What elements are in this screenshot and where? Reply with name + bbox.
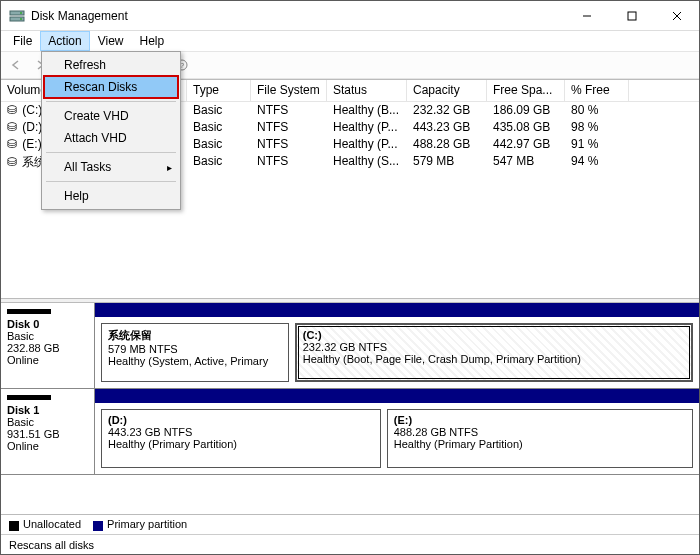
window-title: Disk Management	[31, 9, 564, 23]
cell-type: Basic	[187, 102, 251, 119]
cell-type: Basic	[187, 153, 251, 170]
cell-pct: 98 %	[565, 119, 629, 136]
cell-fs: NTFS	[251, 153, 327, 170]
menu-all-tasks[interactable]: All Tasks▸	[44, 156, 178, 178]
partition-size: 579 MB NTFS	[108, 343, 282, 355]
partition[interactable]: (D:)443.23 GB NTFSHealthy (Primary Parti…	[101, 409, 381, 468]
cell-capacity: 232.32 GB	[407, 102, 487, 119]
cell-status: Healthy (P...	[327, 136, 407, 153]
cell-status: Healthy (S...	[327, 153, 407, 170]
swatch-primary-icon	[93, 521, 103, 531]
app-window: Disk Management File Action View Help ? …	[0, 0, 700, 555]
disk-type: Basic	[7, 330, 88, 342]
disk-row: Disk 0Basic232.88 GBOnline系统保留579 MB NTF…	[1, 303, 699, 389]
partition-status: Healthy (Boot, Page File, Crash Dump, Pr…	[303, 353, 685, 365]
swatch-unallocated-icon	[9, 521, 19, 531]
cell-capacity: 443.23 GB	[407, 119, 487, 136]
svg-point-2	[20, 12, 22, 14]
chevron-right-icon: ▸	[167, 162, 172, 173]
app-icon	[9, 8, 25, 24]
cell-type: Basic	[187, 119, 251, 136]
partition-size: 488.28 GB NTFS	[394, 426, 686, 438]
col-status[interactable]: Status	[327, 80, 407, 101]
disk-type: Basic	[7, 416, 88, 428]
menu-help-item[interactable]: Help	[44, 185, 178, 207]
cell-free: 442.97 GB	[487, 136, 565, 153]
cell-fs: NTFS	[251, 136, 327, 153]
cell-fs: NTFS	[251, 119, 327, 136]
legend-primary: Primary partition	[93, 518, 187, 530]
partition-status: Healthy (Primary Partition)	[108, 438, 374, 450]
disk-partitions: (D:)443.23 GB NTFSHealthy (Primary Parti…	[95, 389, 699, 474]
partition-size: 232.32 GB NTFS	[303, 341, 685, 353]
menu-action[interactable]: Action	[40, 31, 89, 51]
partition-header-strip	[95, 389, 699, 403]
menu-separator	[46, 101, 176, 102]
cell-capacity: 579 MB	[407, 153, 487, 170]
disk-name: Disk 0	[7, 318, 88, 330]
col-free-space[interactable]: Free Spa...	[487, 80, 565, 101]
titlebar: Disk Management	[1, 1, 699, 31]
partition-label: (E:)	[394, 414, 686, 426]
menu-view[interactable]: View	[90, 31, 132, 51]
legend-primary-label: Primary partition	[107, 518, 187, 530]
status-text: Rescans all disks	[9, 539, 94, 551]
cell-status: Healthy (P...	[327, 119, 407, 136]
col-spacer	[629, 80, 699, 101]
action-menu: Refresh Rescan Disks Create VHD Attach V…	[41, 51, 181, 210]
disk-name: Disk 1	[7, 404, 88, 416]
partition-label: (C:)	[303, 329, 685, 341]
partition-size: 443.23 GB NTFS	[108, 426, 374, 438]
menu-all-tasks-label: All Tasks	[64, 160, 111, 174]
partition-body: (D:)443.23 GB NTFSHealthy (Primary Parti…	[95, 403, 699, 474]
partition[interactable]: (C:)232.32 GB NTFSHealthy (Boot, Page Fi…	[295, 323, 693, 382]
menu-rescan-disks[interactable]: Rescan Disks	[44, 76, 178, 98]
status-bar: Rescans all disks	[1, 534, 699, 554]
cell-pct: 80 %	[565, 102, 629, 119]
menu-help[interactable]: Help	[132, 31, 173, 51]
disk-label[interactable]: Disk 1Basic931.51 GBOnline	[1, 389, 95, 474]
disk-label[interactable]: Disk 0Basic232.88 GBOnline	[1, 303, 95, 388]
partition-header-strip	[95, 303, 699, 317]
disk-map: Disk 0Basic232.88 GBOnline系统保留579 MB NTF…	[1, 303, 699, 514]
minimize-button[interactable]	[564, 1, 609, 30]
legend: Unallocated Primary partition	[1, 514, 699, 534]
partition-label: 系统保留	[108, 328, 282, 343]
cell-free: 547 MB	[487, 153, 565, 170]
col-capacity[interactable]: Capacity	[407, 80, 487, 101]
disk-state: Online	[7, 440, 88, 452]
partition[interactable]: 系统保留579 MB NTFSHealthy (System, Active, …	[101, 323, 289, 382]
svg-point-3	[20, 18, 22, 20]
partition[interactable]: (E:)488.28 GB NTFSHealthy (Primary Parti…	[387, 409, 693, 468]
disk-state: Online	[7, 354, 88, 366]
disk-row: Disk 1Basic931.51 GBOnline(D:)443.23 GB …	[1, 389, 699, 475]
disk-size: 931.51 GB	[7, 428, 88, 440]
menu-attach-vhd[interactable]: Attach VHD	[44, 127, 178, 149]
cell-pct: 91 %	[565, 136, 629, 153]
col-filesystem[interactable]: File System	[251, 80, 327, 101]
back-button[interactable]	[5, 54, 27, 76]
disk-icon	[7, 309, 51, 314]
svg-rect-5	[628, 12, 636, 20]
partition-label: (D:)	[108, 414, 374, 426]
disk-icon	[7, 395, 51, 400]
cell-pct: 94 %	[565, 153, 629, 170]
col-pct-free[interactable]: % Free	[565, 80, 629, 101]
menu-separator	[46, 181, 176, 182]
cell-fs: NTFS	[251, 102, 327, 119]
partition-status: Healthy (System, Active, Primary	[108, 355, 282, 367]
cell-status: Healthy (B...	[327, 102, 407, 119]
close-button[interactable]	[654, 1, 699, 30]
col-type[interactable]: Type	[187, 80, 251, 101]
partition-body: 系统保留579 MB NTFSHealthy (System, Active, …	[95, 317, 699, 388]
menu-file[interactable]: File	[5, 31, 40, 51]
cell-capacity: 488.28 GB	[407, 136, 487, 153]
maximize-button[interactable]	[609, 1, 654, 30]
cell-type: Basic	[187, 136, 251, 153]
menubar: File Action View Help	[1, 31, 699, 51]
partition-status: Healthy (Primary Partition)	[394, 438, 686, 450]
menu-refresh[interactable]: Refresh	[44, 54, 178, 76]
menu-create-vhd[interactable]: Create VHD	[44, 105, 178, 127]
legend-unallocated-label: Unallocated	[23, 518, 81, 530]
menu-separator	[46, 152, 176, 153]
